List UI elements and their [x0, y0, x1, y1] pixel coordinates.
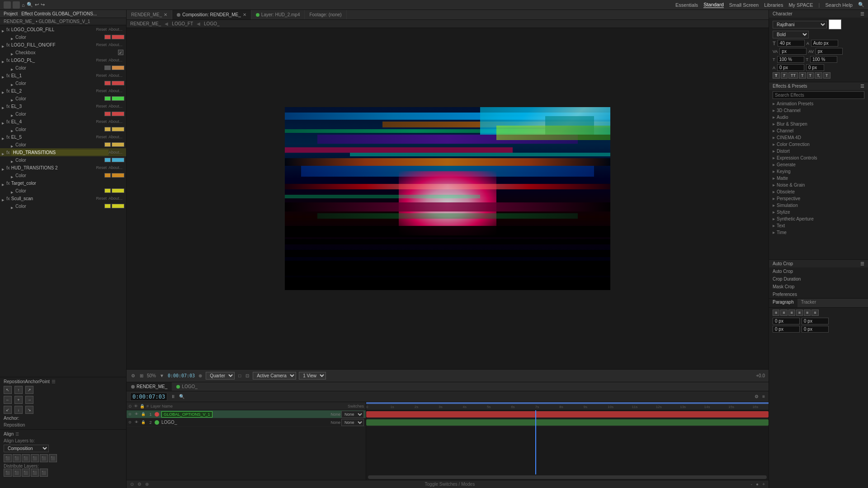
btn-t4[interactable]: T [807, 72, 814, 79]
para-indent-1[interactable] [773, 318, 800, 324]
color-swatch[interactable] [104, 66, 111, 70]
view-count-select[interactable]: 1 View [299, 372, 326, 380]
viewer-btn-snap[interactable]: ⊕ [198, 372, 203, 379]
comp-tab-footage[interactable]: Footage: (none) [305, 10, 346, 19]
about-btn[interactable]: About... [108, 27, 123, 32]
timeline-timecode[interactable]: 0:00:07:03 [130, 393, 167, 401]
effect-cat-distort[interactable]: Distort [769, 148, 868, 155]
color-swatch-wide[interactable] [112, 35, 124, 39]
tab-paragraph[interactable]: Paragraph [769, 299, 797, 307]
viewer-btn-zoom-down[interactable]: ▼ [159, 372, 165, 379]
color-swatch-wide[interactable] [112, 112, 124, 116]
layer-logo-pl[interactable]: fx LOGO_PL_ Reset About... [0, 56, 126, 64]
dist-btn-5[interactable]: ⬛ [40, 469, 48, 477]
color-swatch-wide[interactable] [112, 81, 124, 85]
search-icon[interactable]: 🔍 [858, 2, 864, 8]
effects-presets-title[interactable]: Effects & Presets ☰ [769, 82, 868, 90]
tl-mode-1[interactable]: None [341, 411, 364, 418]
color-swatch[interactable] [104, 127, 111, 131]
effect-cat-animation[interactable]: Animation Presets [769, 100, 868, 107]
para-align-justify-last[interactable]: ≡ [804, 310, 811, 316]
track-1[interactable] [366, 410, 769, 418]
layer-hud-transitions-2[interactable]: fx HUD_TRANSITIONS 2 Reset About... [0, 164, 126, 172]
effect-cat-audio[interactable]: Audio [769, 114, 868, 121]
about-btn[interactable]: About... [108, 73, 123, 78]
timeline-tab-render[interactable]: RENDER_ME_ [127, 382, 172, 391]
transform-btn-mr[interactable]: → [25, 396, 33, 404]
reset-btn[interactable]: Reset [96, 42, 107, 47]
auto-crop-item-4[interactable]: Preferences [769, 291, 868, 298]
bold-btn[interactable]: T [773, 72, 780, 79]
transform-btn-tl[interactable]: ↖ [4, 386, 12, 394]
viewer-btn-region[interactable]: □ [237, 372, 242, 379]
transform-btn-ml[interactable]: ← [4, 396, 12, 404]
effect-cat-matte[interactable]: Matte [769, 175, 868, 182]
align-right-btn[interactable]: ⬛ [22, 454, 30, 462]
layer-logo-color-fill[interactable]: fx LOGO_COLOR_FILL Reset About... [0, 25, 126, 33]
color-swatch[interactable] [104, 96, 111, 101]
effect-cat-keying[interactable]: Keying [769, 168, 868, 175]
tl-bottom-btn-minus[interactable]: - [751, 482, 752, 487]
breadcrumb-logo[interactable]: LOGO_ [204, 21, 219, 26]
timeline-layer-2[interactable]: ⊙ 👁 🔒 2 LOGO_ None None [127, 418, 366, 427]
reset-btn[interactable]: Reset [96, 135, 107, 139]
font-select[interactable]: Rajdhani [773, 21, 827, 28]
work-area-bar[interactable] [366, 402, 769, 404]
menu-undo[interactable]: ↩ [35, 2, 39, 8]
viewer-btn-grid[interactable]: ⊞ [139, 372, 144, 379]
about-btn[interactable]: About... [108, 104, 123, 108]
layer-el4[interactable]: fx EL_4 Reset About... [0, 117, 126, 126]
para-align-center[interactable]: ≡ [780, 310, 787, 316]
transform-btn-tr[interactable]: ↗ [25, 386, 33, 394]
menu-icon-1[interactable] [4, 1, 11, 9]
about-btn[interactable]: About... [108, 58, 123, 62]
btn-t5[interactable]: T, [815, 72, 822, 79]
dist-btn-1[interactable]: ⬛ [4, 469, 12, 477]
viewer-btn-settings[interactable]: ⚙ [130, 372, 136, 379]
about-btn[interactable]: About... [108, 89, 123, 93]
layer-target-color[interactable]: fx Target_color [0, 179, 126, 187]
color-swatch-wide[interactable] [112, 158, 124, 162]
comp-tab-close[interactable]: ✕ [164, 12, 167, 17]
tl-play-btn[interactable]: ⏸ [171, 394, 175, 399]
reset-btn[interactable]: Reset [96, 58, 107, 62]
para-align-left[interactable]: ≡ [773, 310, 779, 316]
color-swatch[interactable] [104, 204, 111, 208]
tl-more-btn[interactable]: ≡ [762, 394, 765, 399]
workspace-my-space[interactable]: My SPACE [788, 2, 813, 8]
layer-el3[interactable]: fx EL_3 Reset About... [0, 102, 126, 110]
align-left-btn[interactable]: ⬛ [4, 454, 12, 462]
tab-effect-controls[interactable]: Effect Controls GLOBAL_OPTIONS... [21, 11, 97, 16]
tl-bottom-btn-plus[interactable]: + [762, 482, 765, 487]
reset-btn[interactable]: Reset [96, 73, 107, 78]
baseline-input[interactable] [777, 64, 804, 71]
workspace-essentials[interactable]: Essentials [675, 2, 698, 8]
effect-cat-cinema4d[interactable]: CINEMA 4D [769, 134, 868, 141]
reset-btn[interactable]: Reset [96, 165, 107, 170]
color-swatch[interactable] [104, 142, 111, 147]
timeline-tab-logo[interactable]: LOGO_ [172, 382, 202, 391]
tl-bottom-btn-dot[interactable]: ● [756, 482, 759, 487]
auto-crop-title[interactable]: Auto Crop ☰ [769, 260, 868, 267]
color-swatch[interactable] [104, 188, 111, 193]
tl-bottom-btn-1[interactable]: ⊙ [130, 482, 134, 487]
checkbox[interactable] [118, 50, 123, 55]
para-align-justify[interactable]: ≡ [796, 310, 803, 316]
tab-project[interactable]: Project [4, 11, 18, 16]
para-align-last-right[interactable]: ≡ [811, 310, 818, 316]
camera-select[interactable]: Active Camera [253, 372, 296, 380]
btn-tt[interactable]: TT [788, 72, 798, 79]
scale-v-input[interactable] [810, 56, 837, 63]
leading-input[interactable] [816, 48, 843, 55]
para-space-1[interactable] [773, 326, 800, 333]
about-btn[interactable]: About... [108, 42, 123, 47]
color-swatch[interactable] [104, 173, 111, 178]
reset-btn[interactable]: Reset [96, 104, 107, 108]
about-btn[interactable]: About... [108, 165, 123, 170]
auto-crop-item-2[interactable]: Crop Duration [769, 275, 868, 283]
workspace-small-screen[interactable]: Small Screen [729, 2, 759, 8]
color-swatch[interactable] [104, 81, 111, 85]
dist-btn-3[interactable]: ⬛ [22, 469, 30, 477]
tl-bottom-btn-2[interactable]: ⚙ [137, 482, 142, 487]
menu-home[interactable]: ⌂ [22, 2, 25, 8]
